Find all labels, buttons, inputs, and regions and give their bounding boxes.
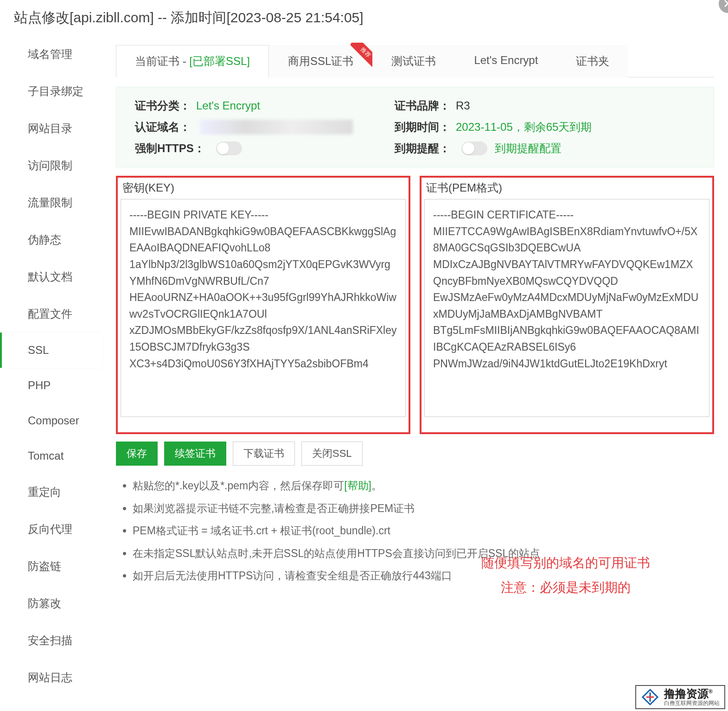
annotation-line1: 随便填写别的域名的可用证书 <box>454 551 677 575</box>
sidebar-item-traffic[interactable]: 流量限制 <box>0 184 102 221</box>
private-key-label: 密钥(KEY) <box>121 179 406 199</box>
sidebar-item-tomcat[interactable]: Tomcat <box>0 438 102 474</box>
force-https-label: 强制HTTPS： <box>135 141 205 156</box>
tab-commercial-label: 商用SSL证书 <box>288 55 353 67</box>
cert-expire-label: 到期时间： <box>395 120 450 135</box>
sidebar-item-domain[interactable]: 域名管理 <box>0 36 102 73</box>
sidebar-item-rewrite[interactable]: 伪静态 <box>0 221 102 258</box>
pem-cert-textarea[interactable] <box>424 199 709 417</box>
sidebar-item-hotlink[interactable]: 防盗链 <box>0 548 102 585</box>
sidebar-item-access[interactable]: 访问限制 <box>0 147 102 184</box>
sidebar-item-tamper[interactable]: 防篡改 <box>0 585 102 622</box>
help-text-end: 。 <box>371 480 382 492</box>
save-button[interactable]: 保存 <box>116 442 158 466</box>
sidebar-item-default[interactable]: 默认文档 <box>0 258 102 295</box>
tab-bar: 当前证书 - [已部署SSL] 商用SSL证书 测试证书 Let's Encry… <box>116 45 714 77</box>
sidebar-item-composer[interactable]: Composer <box>0 403 102 438</box>
sidebar-item-php[interactable]: PHP <box>0 368 102 403</box>
pem-cert-box: 证书(PEM格式) <box>420 176 714 434</box>
expire-reminder-toggle[interactable] <box>461 141 487 155</box>
annotation-note: 随便填写别的域名的可用证书 注意：必须是未到期的 <box>454 551 677 600</box>
cert-category-label: 证书分类： <box>135 98 191 113</box>
tab-current-prefix: 当前证书 - <box>135 55 189 67</box>
close-icon[interactable]: ✕ <box>719 0 728 13</box>
sidebar-item-redirect[interactable]: 重定向 <box>0 474 102 511</box>
sidebar-item-scan[interactable]: 安全扫描 <box>0 622 102 659</box>
sidebar: 域名管理 子目录绑定 网站目录 访问限制 流量限制 伪静态 默认文档 配置文件 … <box>0 36 102 696</box>
sidebar-item-ssl[interactable]: SSL <box>0 333 102 368</box>
sidebar-item-sitedir[interactable]: 网站目录 <box>0 110 102 147</box>
sidebar-item-log[interactable]: 网站日志 <box>0 659 102 696</box>
close-ssl-button[interactable]: 关闭SSL <box>301 442 363 466</box>
sidebar-item-subdir[interactable]: 子目录绑定 <box>0 73 102 110</box>
tab-current-cert[interactable]: 当前证书 - [已部署SSL] <box>116 45 269 77</box>
watermark-title: 撸撸资源® <box>664 688 720 696</box>
private-key-textarea[interactable] <box>121 199 406 417</box>
expire-reminder-config-link[interactable]: 到期提醒配置 <box>495 141 562 156</box>
cert-expire-value: 2023-11-05，剩余65天到期 <box>456 120 592 135</box>
watermark-logo-icon <box>641 688 659 696</box>
cert-domain-value-masked <box>200 120 353 135</box>
download-button[interactable]: 下载证书 <box>233 442 295 466</box>
help-item-3: PEM格式证书 = 域名证书.crt + 根证书(root_bundle).cr… <box>133 523 714 539</box>
tab-cert-folder[interactable]: 证书夹 <box>557 45 628 77</box>
watermark: 撸撸资源® 白撸互联网资源的网站 <box>635 685 725 696</box>
expire-reminder-label: 到期提醒： <box>395 141 450 156</box>
sidebar-item-proxy[interactable]: 反向代理 <box>0 511 102 548</box>
cert-summary-panel: 证书分类： Let's Encrypt 证书品牌： R3 认证域名： 到期时间：… <box>116 87 714 167</box>
recommend-ribbon-icon <box>351 43 375 67</box>
cert-category-value: Let's Encrypt <box>196 99 260 112</box>
cert-brand-value: R3 <box>456 99 470 112</box>
renew-button[interactable]: 续签证书 <box>164 442 226 466</box>
tab-letsencrypt[interactable]: Let's Encrypt <box>455 45 557 77</box>
help-text: 粘贴您的*.key以及*.pem内容，然后保存即可 <box>133 480 344 492</box>
help-item-2: 如果浏览器提示证书链不完整,请检查是否正确拼接PEM证书 <box>133 500 714 517</box>
help-item-1: 粘贴您的*.key以及*.pem内容，然后保存即可[帮助]。 <box>133 478 714 494</box>
help-link[interactable]: [帮助] <box>344 480 371 492</box>
dialog-title: 站点修改[api.zibll.com] -- 添加时间[2023-08-25 2… <box>14 10 364 25</box>
tab-commercial-ssl[interactable]: 商用SSL证书 <box>269 45 372 77</box>
private-key-box: 密钥(KEY) <box>116 176 410 434</box>
sidebar-item-config[interactable]: 配置文件 <box>0 295 102 333</box>
force-https-toggle[interactable] <box>216 141 242 155</box>
pem-cert-label: 证书(PEM格式) <box>424 179 709 199</box>
cert-brand-label: 证书品牌： <box>395 98 450 113</box>
tab-current-status: [已部署SSL] <box>189 55 250 67</box>
tab-test-cert[interactable]: 测试证书 <box>372 45 455 77</box>
annotation-line2: 注意：必须是未到期的 <box>454 575 677 600</box>
cert-domain-label: 认证域名： <box>135 120 191 135</box>
